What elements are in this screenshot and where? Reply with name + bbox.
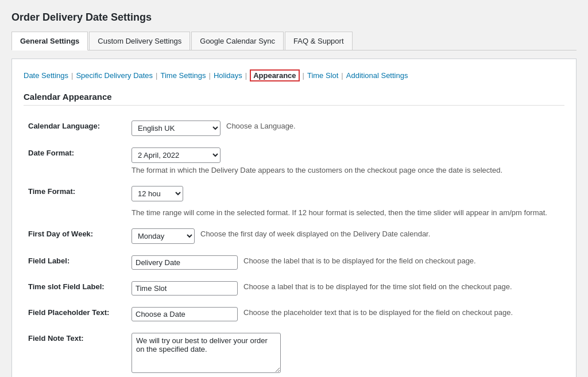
- row-calendar-language: Calendar Language: English UK Choose a L…: [24, 115, 564, 142]
- separator-4: |: [245, 71, 247, 80]
- row-field-label: Field Label: Choose the label that is to…: [24, 250, 564, 275]
- time-format-field-row: 12 hour The time range will come in the …: [131, 186, 560, 217]
- first-day-select[interactable]: Monday: [131, 228, 195, 244]
- sub-nav: Date Settings | Specific Delivery Dates …: [24, 69, 564, 81]
- field-label-field-row: Choose the label that is to be displayed…: [131, 255, 560, 270]
- field-label-label: Field Label:: [28, 256, 69, 265]
- separator-6: |: [341, 71, 343, 80]
- date-format-label: Date Format:: [28, 149, 74, 157]
- first-day-field-row: Monday Choose the first day of week disp…: [131, 228, 560, 244]
- field-placeholder-input[interactable]: [131, 307, 238, 321]
- page-title: Order Delivery Date Settings: [11, 11, 577, 24]
- time-slot-field-label-label: Time slot Field Label:: [28, 282, 105, 291]
- subnav-specific-delivery[interactable]: Specific Delivery Dates: [76, 71, 153, 80]
- field-label-input[interactable]: [131, 255, 238, 270]
- time-format-desc: The time range will come in the selected…: [131, 208, 547, 217]
- subnav-appearance[interactable]: Appearance: [250, 69, 299, 81]
- tab-google-calendar[interactable]: Google Calendar Sync: [191, 32, 284, 50]
- tabs-bar: General Settings Custom Delivery Setting…: [11, 32, 577, 50]
- calendar-language-field-row: English UK Choose a Language.: [131, 121, 560, 136]
- row-time-format: Time Format: 12 hour The time range will…: [24, 180, 564, 223]
- time-slot-field-label-desc: Choose a label that is to be displayed f…: [243, 282, 512, 291]
- time-format-label: Time Format:: [28, 187, 75, 196]
- date-format-desc: The format in which the Delivery Date ap…: [131, 166, 560, 174]
- field-note-textarea[interactable]: We will try our best to deliver your ord…: [131, 333, 281, 373]
- row-field-note: Field Note Text: We will try our best to…: [24, 327, 564, 377]
- row-field-placeholder: Field Placeholder Text: Choose the place…: [24, 301, 564, 327]
- calendar-language-desc: Choose a Language.: [226, 122, 296, 130]
- separator-1: |: [71, 71, 73, 80]
- settings-table: Calendar Language: English UK Choose a L…: [24, 115, 564, 377]
- row-time-slot-field-label: Time slot Field Label: Choose a label th…: [24, 275, 564, 301]
- subnav-time-slot[interactable]: Time Slot: [307, 71, 338, 80]
- main-content: Date Settings | Specific Delivery Dates …: [11, 59, 577, 377]
- separator-2: |: [156, 71, 157, 80]
- separator-5: |: [303, 71, 304, 80]
- time-slot-field-label-input[interactable]: [131, 281, 238, 296]
- field-placeholder-desc: Choose the placeholder text that is to b…: [243, 308, 513, 317]
- tab-general[interactable]: General Settings: [11, 32, 88, 50]
- subnav-additional-settings[interactable]: Additional Settings: [346, 71, 408, 80]
- date-format-field-row: 2 April, 2022: [131, 147, 560, 163]
- separator-3: |: [208, 71, 210, 80]
- calendar-language-label: Calendar Language:: [28, 122, 100, 130]
- first-day-desc: Choose the first day of week displayed o…: [200, 230, 430, 238]
- field-placeholder-field-row: Choose the placeholder text that is to b…: [131, 307, 560, 321]
- date-format-select[interactable]: 2 April, 2022: [131, 147, 220, 163]
- subnav-holidays[interactable]: Holidays: [214, 71, 242, 80]
- time-slot-field-label-row: Choose a label that is to be displayed f…: [131, 281, 560, 296]
- time-format-select[interactable]: 12 hour: [131, 186, 183, 201]
- subnav-time-settings[interactable]: Time Settings: [160, 71, 206, 80]
- field-placeholder-label: Field Placeholder Text:: [28, 308, 109, 317]
- tab-faq-support[interactable]: FAQ & Support: [285, 32, 352, 50]
- calendar-language-select[interactable]: English UK: [131, 121, 220, 136]
- tab-custom-delivery[interactable]: Custom Delivery Settings: [89, 32, 190, 50]
- row-first-day-of-week: First Day of Week: Monday Choose the fir…: [24, 223, 564, 250]
- first-day-label: First Day of Week:: [28, 230, 93, 238]
- field-label-desc: Choose the label that is to be displayed…: [243, 256, 476, 265]
- subnav-date-settings[interactable]: Date Settings: [24, 71, 68, 80]
- field-note-label: Field Note Text:: [28, 334, 84, 343]
- section-title: Calendar Appearance: [24, 92, 564, 106]
- row-date-format: Date Format: 2 April, 2022 The format in…: [24, 142, 564, 180]
